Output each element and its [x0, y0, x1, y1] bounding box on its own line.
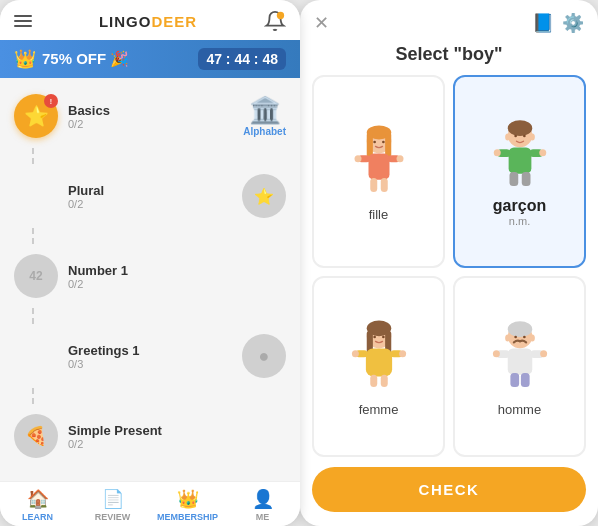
hamburger-icon[interactable] — [14, 15, 32, 27]
check-button[interactable]: CHECK — [312, 467, 586, 512]
svg-rect-26 — [521, 172, 530, 186]
svg-rect-51 — [510, 373, 519, 387]
svg-rect-46 — [507, 348, 532, 374]
figure-femme — [339, 318, 419, 398]
svg-point-11 — [396, 155, 403, 162]
nav-membership-label: MEMBERSHIP — [157, 512, 218, 522]
card-garcon-sublabel: n.m. — [509, 215, 530, 227]
lesson-progress-plural: 0/2 — [68, 198, 104, 210]
lesson-row-simplepresent[interactable]: 🍕 Simple Present 0/2 — [10, 408, 290, 464]
svg-point-15 — [507, 121, 532, 137]
svg-point-6 — [382, 140, 385, 143]
lesson-progress-greetings1: 0/3 — [68, 358, 140, 370]
left-panel: LINGODEER 👑 75% OFF 🎉 47 : 44 : 48 — [0, 0, 300, 526]
lesson-title-simplepresent: Simple Present — [68, 423, 162, 438]
logo: LINGODEER — [99, 13, 197, 30]
lesson-progress-number1: 0/2 — [68, 278, 128, 290]
membership-icon: 👑 — [177, 488, 199, 510]
svg-point-44 — [505, 334, 510, 341]
lesson-icon-greetings1: ● — [242, 334, 286, 378]
svg-point-43 — [523, 335, 526, 338]
figure-garcon — [480, 117, 560, 197]
svg-rect-25 — [509, 172, 518, 186]
svg-point-31 — [373, 335, 376, 338]
learn-icon: 🏠 — [27, 488, 49, 510]
me-icon: 👤 — [252, 488, 274, 510]
figure-homme — [480, 318, 560, 398]
nav-review-label: REVIEW — [95, 512, 131, 522]
card-garcon-main: garçon — [493, 197, 546, 215]
nav-me[interactable]: 👤 ME — [225, 488, 300, 522]
promo-text: 75% OFF 🎉 — [42, 50, 129, 68]
figure-fille — [339, 123, 419, 203]
lesson-title-plural: Plural — [68, 183, 104, 198]
svg-point-10 — [354, 155, 361, 162]
card-homme-label: homme — [498, 402, 541, 417]
book-icon[interactable]: 📘 — [532, 12, 554, 34]
svg-point-23 — [493, 149, 500, 156]
nav-learn[interactable]: 🏠 LEARN — [0, 488, 75, 522]
svg-point-49 — [492, 350, 499, 357]
svg-point-41 — [507, 321, 532, 337]
nav-learn-label: LEARN — [22, 512, 53, 522]
settings-icon[interactable]: ⚙️ — [562, 12, 584, 34]
lessons-list: ⭐ ! Basics 0/2 🏛️ Alphabet Plural 0/2 — [0, 78, 300, 481]
lesson-row-greetings1[interactable]: Greetings 1 0/3 ● — [10, 328, 290, 384]
lesson-row-basics[interactable]: ⭐ ! Basics 0/2 🏛️ Alphabet — [10, 88, 290, 144]
lesson-title-greetings1: Greetings 1 — [68, 343, 140, 358]
svg-point-50 — [540, 350, 547, 357]
lesson-progress-simplepresent: 0/2 — [68, 438, 162, 450]
svg-point-17 — [523, 135, 526, 138]
lesson-icon-number1: 42 — [14, 254, 58, 298]
card-fille[interactable]: fille — [312, 75, 445, 268]
review-icon: 📄 — [102, 488, 124, 510]
right-header: ✕ 📘 ⚙️ — [300, 0, 598, 40]
svg-point-24 — [539, 149, 546, 156]
crown-icon: 👑 — [14, 48, 36, 70]
lesson-title-number1: Number 1 — [68, 263, 128, 278]
svg-rect-39 — [380, 374, 387, 386]
svg-point-45 — [529, 334, 534, 341]
lesson-icon-simplepresent: 🍕 — [14, 414, 58, 458]
svg-point-5 — [373, 140, 376, 143]
svg-point-36 — [351, 350, 358, 357]
svg-point-0 — [277, 12, 284, 19]
lesson-row-number1[interactable]: 42 Number 1 0/2 — [10, 248, 290, 304]
alphabet-label: Alphabet — [243, 126, 286, 137]
svg-point-19 — [529, 134, 534, 141]
question-title: Select "boy" — [300, 40, 598, 75]
svg-rect-20 — [508, 148, 531, 174]
svg-point-16 — [514, 135, 517, 138]
lesson-progress-basics: 0/2 — [68, 118, 110, 130]
lesson-icon-basics: ⭐ ! — [14, 94, 58, 138]
alphabet-icon: 🏛️ — [243, 95, 286, 126]
bottom-nav: 🏠 LEARN 📄 REVIEW 👑 MEMBERSHIP 👤 ME — [0, 481, 300, 526]
close-button[interactable]: ✕ — [314, 14, 329, 32]
svg-point-42 — [514, 335, 517, 338]
svg-point-37 — [399, 350, 406, 357]
svg-rect-52 — [520, 373, 529, 387]
svg-rect-4 — [385, 132, 391, 157]
card-garcon[interactable]: garçon n.m. — [453, 75, 586, 268]
dashed-connector-4 — [32, 388, 290, 404]
left-header: LINGODEER — [0, 0, 300, 40]
dashed-connector-2 — [32, 228, 290, 244]
svg-rect-3 — [366, 132, 372, 157]
card-femme[interactable]: femme — [312, 276, 445, 458]
lesson-row-plural[interactable]: Plural 0/2 ⭐ — [10, 168, 290, 224]
svg-rect-38 — [370, 374, 377, 386]
svg-point-18 — [505, 134, 510, 141]
bell-icon[interactable] — [264, 10, 286, 32]
svg-rect-33 — [365, 348, 391, 376]
svg-rect-13 — [380, 178, 387, 192]
card-femme-label: femme — [359, 402, 399, 417]
lesson-icon-plural: ⭐ — [242, 174, 286, 218]
card-fille-label: fille — [369, 207, 389, 222]
right-panel: ✕ 📘 ⚙️ Select "boy" — [300, 0, 598, 526]
card-homme[interactable]: homme — [453, 276, 586, 458]
nav-membership[interactable]: 👑 MEMBERSHIP — [150, 488, 225, 522]
lesson-title-basics: Basics — [68, 103, 110, 118]
badge-basics: ! — [44, 94, 58, 108]
promo-banner[interactable]: 👑 75% OFF 🎉 47 : 44 : 48 — [0, 40, 300, 78]
nav-review[interactable]: 📄 REVIEW — [75, 488, 150, 522]
